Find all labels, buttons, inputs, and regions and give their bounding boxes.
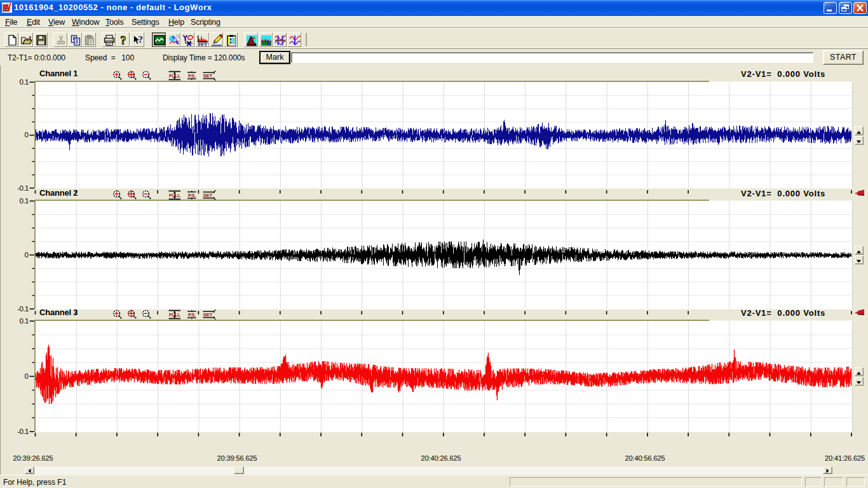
- svg-text:-0.1: -0.1: [17, 428, 29, 435]
- svg-text:0.1: 0.1: [20, 317, 29, 325]
- svg-text:P.S.: P.S.: [188, 312, 196, 318]
- svg-text:FULL: FULL: [169, 312, 180, 318]
- svg-text:SET: SET: [203, 312, 213, 318]
- svg-text:0: 0: [25, 372, 29, 380]
